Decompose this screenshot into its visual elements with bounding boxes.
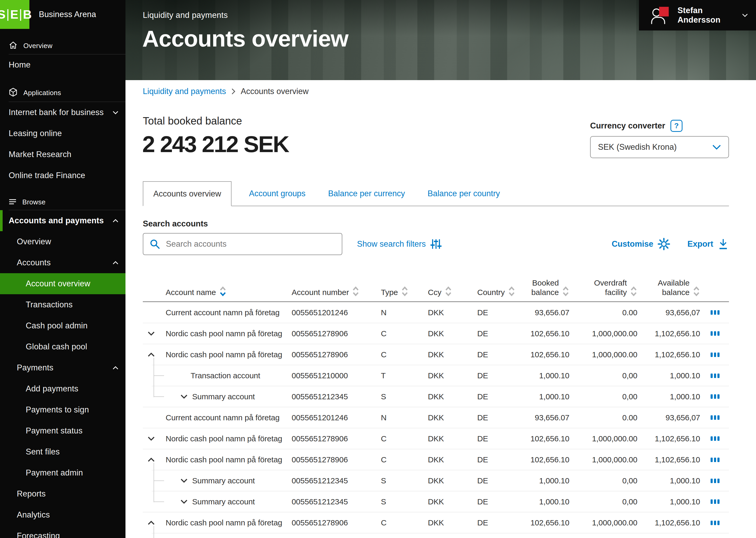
sidebar-item-analytics[interactable]: Analytics (0, 504, 125, 525)
row-expander[interactable] (143, 436, 160, 441)
row-expander[interactable] (143, 457, 160, 462)
col-type-header[interactable]: Type (381, 286, 425, 301)
table-row-nordic-cash-pool-namn-p-f-retag[interactable]: Nordic cash pool namn på företag00556512… (143, 323, 729, 344)
row-actions-menu[interactable] (700, 374, 729, 378)
actions-dot (717, 352, 720, 357)
country-cell: DE (473, 392, 520, 401)
export-button[interactable]: Export (687, 238, 729, 250)
sidebar-item-internet-bank-for-business[interactable]: Internet bank for business (0, 102, 125, 123)
booked-balance-cell: 1,000.10 (520, 497, 569, 506)
table-row-summary-account[interactable]: Summary account0055651212345SDKKDE1,000.… (143, 470, 729, 491)
sidebar-item-market-research[interactable]: Market Research (0, 144, 125, 165)
row-actions-menu[interactable] (700, 310, 729, 315)
download-icon (717, 238, 729, 250)
row-expander[interactable] (143, 520, 160, 525)
row-actions-menu[interactable] (700, 521, 729, 525)
account-name-cell: Current account namn på företag (160, 413, 289, 422)
show-search-filters-link[interactable]: Show search filters (357, 238, 442, 250)
row-actions-menu[interactable] (700, 436, 729, 441)
child-expander[interactable] (180, 392, 188, 401)
tab-account-groups[interactable]: Account groups (244, 181, 310, 206)
table-row-summary-account[interactable]: Summary account0055651212345SDKKDE1,000.… (143, 491, 729, 512)
row-actions-menu[interactable] (700, 394, 729, 399)
table-row-nordic-cash-pool-namn-p-f-retag[interactable]: Nordic cash pool namn på företag00556512… (143, 428, 729, 449)
sidebar-item-account-overview[interactable]: Account overview (0, 273, 125, 294)
sidebar-item-online-trade-finance[interactable]: Online trade Finance (0, 165, 125, 186)
applications-icon (9, 87, 18, 98)
tab-accounts-overview[interactable]: Accounts overview (143, 181, 231, 206)
tab-balance-per-currency[interactable]: Balance per currency (323, 181, 410, 206)
user-menu[interactable]: Stefan Andersson (639, 0, 756, 30)
col-number-header[interactable]: Account number (289, 286, 381, 301)
table-row-summary-account[interactable]: Summary account0055651212345SDKKDE1,000.… (143, 386, 729, 407)
table-row-transaction-account[interactable]: Transaction account0055651210000TDKKDE1,… (143, 365, 729, 386)
account-number-cell: 0055651201246 (289, 308, 381, 317)
child-expander[interactable] (180, 497, 188, 506)
table-row-nordic-cash-pool-namn-p-f-retag[interactable]: Nordic cash pool namn på företag00556512… (143, 344, 729, 365)
row-actions-menu[interactable] (700, 457, 729, 462)
account-type-cell: T (381, 371, 425, 380)
sidebar-section-applications[interactable]: Applications (9, 87, 125, 98)
search-input[interactable] (143, 233, 342, 255)
row-expander[interactable] (143, 331, 160, 336)
sidebar-item-add-payments[interactable]: Add payments (0, 378, 125, 399)
sidebar-section-overview[interactable]: Overview (9, 41, 125, 50)
row-expander[interactable] (143, 352, 160, 357)
sidebar-section-browse[interactable]: Browse (9, 198, 125, 206)
account-type-cell: C (381, 455, 425, 464)
row-actions-menu[interactable] (700, 479, 729, 483)
sidebar-item-overview[interactable]: Overview (0, 231, 125, 252)
available-balance-cell: 1,102,656.10 (638, 329, 700, 338)
row-actions-menu[interactable] (700, 331, 729, 336)
col-name-header[interactable]: Account name (160, 286, 289, 301)
col-overdraft-header[interactable]: Overdraftfacility (569, 278, 638, 301)
customise-button[interactable]: Customise (612, 238, 670, 250)
gear-icon (658, 238, 670, 250)
sidebar-item-payments-to-sign[interactable]: Payments to sign (0, 399, 125, 420)
child-row-indent: Summary account (180, 497, 255, 506)
col-booked-header[interactable]: Bookedbalance (520, 278, 569, 301)
row-actions-menu[interactable] (700, 352, 729, 357)
booked-balance-cell: 1,000.10 (520, 371, 569, 380)
account-number-cell: 0055651278906 (289, 434, 381, 443)
country-cell: DE (473, 329, 520, 338)
sidebar-item-label: Internet bank for business (9, 108, 104, 117)
overdraft-facility-cell: 1,000,000.00 (569, 518, 638, 527)
sidebar-item-transactions[interactable]: Transactions (0, 294, 125, 315)
breadcrumb-link-liquidity[interactable]: Liquidity and payments (143, 87, 226, 96)
tab-balance-per-country[interactable]: Balance per country (422, 181, 505, 206)
seb-logo[interactable]: S|E|B (0, 0, 29, 29)
col-available-header[interactable]: Availablebalance (638, 278, 700, 301)
table-row-current-account-namn-p-f-retag[interactable]: Current account namn på företag005565120… (143, 302, 729, 323)
currency-select[interactable]: SEK (Swedish Krona) (590, 136, 729, 158)
sidebar-item-forecasting[interactable]: Forecasting (0, 525, 125, 538)
col-country-header[interactable]: Country (473, 286, 520, 301)
actions-dot (711, 436, 713, 441)
table-row-current-account-namn-p-f-retag[interactable]: Current account namn på företag005565120… (143, 407, 729, 428)
table-row-nordic-cash-pool-namn-p-f-retag[interactable]: Nordic cash pool namn på företag00556512… (143, 449, 729, 470)
sidebar-item-label: Global cash pool (26, 342, 87, 351)
logo-row: S|E|B Business Arena (0, 0, 125, 29)
sidebar-item-accounts-and-payments[interactable]: Accounts and payments (0, 210, 125, 231)
sidebar-item-cash-pool-admin[interactable]: Cash pool admin (0, 315, 125, 336)
sidebar-item-sent-files[interactable]: Sent files (0, 441, 125, 462)
sidebar-item-reports[interactable]: Reports (0, 483, 125, 504)
actions-dot (714, 521, 716, 525)
col-ccy-header[interactable]: Ccy (425, 286, 473, 301)
sidebar-item-leasing-online[interactable]: Leasing online (0, 123, 125, 144)
sidebar-item-payment-admin[interactable]: Payment admin (0, 462, 125, 483)
table-row-nordic-cash-pool-namn-p-f-retag[interactable]: Nordic cash pool namn på företag00556512… (143, 512, 729, 533)
child-expander[interactable] (180, 476, 188, 485)
sidebar-item-home[interactable]: Home (0, 54, 125, 76)
row-actions-menu[interactable] (700, 499, 729, 504)
help-icon[interactable]: ? (670, 120, 683, 132)
sidebar-item-payments[interactable]: Payments (0, 357, 125, 378)
row-actions-menu[interactable] (700, 415, 729, 420)
currency-cell: DKK (425, 329, 473, 338)
sidebar-item-payment-status[interactable]: Payment status (0, 420, 125, 441)
actions-dot (717, 394, 720, 399)
sidebar-item-global-cash-pool[interactable]: Global cash pool (0, 336, 125, 357)
sidebar-item-accounts[interactable]: Accounts (0, 252, 125, 273)
account-name-cell: Summary account (160, 392, 289, 401)
sidebar-item-label: Leasing online (9, 129, 62, 138)
